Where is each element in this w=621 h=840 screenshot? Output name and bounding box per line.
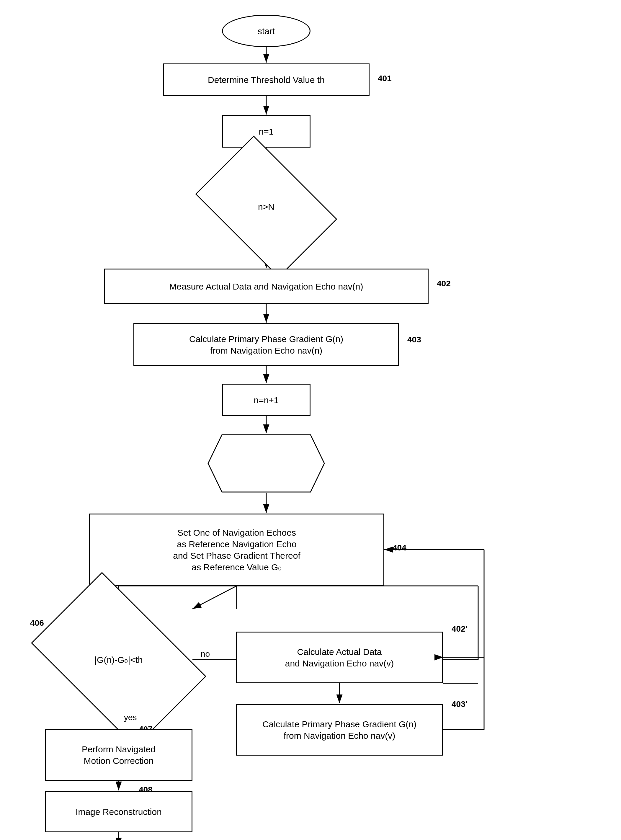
box-calc-actual-data-prime: Calculate Actual Dataand Navigation Echo…: [236, 632, 443, 683]
box-set-reference-echo: Set One of Navigation Echoesas Reference…: [89, 513, 384, 586]
yes-label: yes: [124, 713, 137, 722]
n1-text: n=1: [256, 123, 276, 139]
box-407-text: Perform NavigatedMotion Correction: [79, 741, 158, 769]
box-n-equals-1: n=1: [222, 115, 310, 148]
flowchart: start Determine Threshold Value th 401 n…: [0, 0, 621, 840]
box-402-text: Measure Actual Data and Navigation Echo …: [167, 278, 365, 295]
label-403p: 403': [451, 699, 467, 709]
no-label: no: [201, 649, 210, 659]
box-n-increment: n=n+1: [222, 384, 310, 416]
hex-svg: [207, 434, 325, 493]
nn1-text: n=n+1: [251, 392, 281, 408]
label-403: 403: [407, 335, 421, 344]
label-402p: 402': [451, 624, 467, 634]
box-determine-threshold: Determine Threshold Value th: [163, 64, 370, 96]
hex-connector: [207, 434, 325, 493]
box-402p-text: Calculate Actual Dataand Navigation Echo…: [283, 644, 396, 672]
label-404: 404: [392, 543, 406, 552]
box-403p-text: Calculate Primary Phase Gradient G(n)fro…: [260, 716, 419, 744]
diamond-threshold-check: |G(n)-G₀|<th: [45, 610, 192, 710]
diamond-nN-text: n>N: [207, 165, 325, 248]
label-406: 406: [30, 618, 44, 628]
svg-line-20: [192, 586, 237, 609]
label-402: 402: [437, 279, 451, 288]
svg-marker-23: [208, 435, 324, 492]
box-calc-phase-gradient: Calculate Primary Phase Gradient G(n)fro…: [133, 323, 399, 366]
box-403-text: Calculate Primary Phase Gradient G(n)fro…: [187, 331, 345, 359]
start-label: start: [255, 23, 277, 39]
start-oval: start: [222, 15, 310, 47]
box-motion-correction: Perform NavigatedMotion Correction: [45, 729, 192, 781]
box-measure-actual-data: Measure Actual Data and Navigation Echo …: [104, 269, 429, 304]
diamond-406-text: |G(n)-G₀|<th: [45, 610, 192, 710]
box-404-text: Set One of Navigation Echoesas Reference…: [171, 525, 303, 575]
label-401: 401: [378, 74, 392, 83]
box-calc-phase-gradient-prime: Calculate Primary Phase Gradient G(n)fro…: [236, 704, 443, 755]
diamond-n-gt-N: n>N: [207, 165, 325, 248]
box-image-reconstruction: Image Reconstruction: [45, 791, 192, 832]
box-401-text: Determine Threshold Value th: [205, 72, 327, 88]
box-408-text: Image Reconstruction: [73, 804, 164, 820]
